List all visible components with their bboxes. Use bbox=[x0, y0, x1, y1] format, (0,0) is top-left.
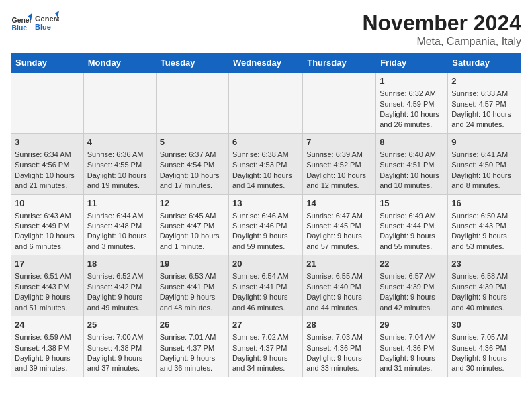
day-info: Sunrise: 6:37 AM bbox=[160, 150, 225, 160]
calendar-cell: 2Sunrise: 6:33 AMSunset: 4:57 PMDaylight… bbox=[448, 73, 521, 134]
day-info: Daylight: 9 hours and 34 minutes. bbox=[232, 353, 299, 374]
day-number: 20 bbox=[232, 258, 299, 270]
day-info: Sunset: 4:36 PM bbox=[451, 343, 517, 353]
calendar-cell: 5Sunrise: 6:37 AMSunset: 4:54 PMDaylight… bbox=[156, 133, 228, 194]
weekday-header-friday: Friday bbox=[376, 54, 448, 73]
calendar-cell: 13Sunrise: 6:46 AMSunset: 4:46 PMDayligh… bbox=[229, 194, 303, 255]
week-row-4: 17Sunrise: 6:51 AMSunset: 4:43 PMDayligh… bbox=[11, 255, 521, 316]
day-info: Daylight: 10 hours and 10 minutes. bbox=[380, 171, 444, 191]
calendar-cell: 4Sunrise: 6:36 AMSunset: 4:55 PMDaylight… bbox=[83, 133, 156, 194]
title-block: November 2024 Meta, Campania, Italy bbox=[362, 11, 521, 48]
day-info: Sunrise: 6:47 AM bbox=[306, 211, 372, 221]
day-info: Daylight: 9 hours and 40 minutes. bbox=[451, 292, 517, 313]
day-info: Sunset: 4:56 PM bbox=[15, 160, 80, 170]
day-info: Sunset: 4:38 PM bbox=[87, 343, 152, 353]
weekday-header-wednesday: Wednesday bbox=[229, 54, 303, 73]
calendar-cell: 12Sunrise: 6:45 AMSunset: 4:47 PMDayligh… bbox=[156, 194, 228, 255]
day-info: Sunset: 4:36 PM bbox=[380, 343, 444, 353]
day-info: Daylight: 10 hours and 24 minutes. bbox=[451, 109, 517, 130]
day-info: Sunset: 4:39 PM bbox=[451, 282, 517, 292]
day-info: Sunrise: 7:04 AM bbox=[380, 332, 444, 342]
calendar-cell: 8Sunrise: 6:40 AMSunset: 4:51 PMDaylight… bbox=[376, 133, 448, 194]
day-number: 22 bbox=[380, 258, 444, 270]
svg-text:Blue: Blue bbox=[35, 23, 51, 31]
day-info: Sunset: 4:37 PM bbox=[232, 343, 299, 353]
day-info: Daylight: 10 hours and 19 minutes. bbox=[87, 171, 152, 191]
day-number: 1 bbox=[380, 75, 444, 87]
svg-text:Blue: Blue bbox=[12, 24, 28, 32]
day-info: Sunrise: 7:02 AM bbox=[232, 332, 299, 342]
calendar-cell: 14Sunrise: 6:47 AMSunset: 4:45 PMDayligh… bbox=[303, 194, 376, 255]
day-info: Sunrise: 6:50 AM bbox=[451, 211, 517, 221]
calendar-cell: 22Sunrise: 6:57 AMSunset: 4:39 PMDayligh… bbox=[376, 255, 448, 316]
calendar-cell: 7Sunrise: 6:39 AMSunset: 4:52 PMDaylight… bbox=[303, 133, 376, 194]
day-number: 7 bbox=[306, 136, 372, 148]
day-info: Sunrise: 6:46 AM bbox=[232, 211, 299, 221]
day-info: Sunset: 4:44 PM bbox=[380, 221, 444, 231]
week-row-3: 10Sunrise: 6:43 AMSunset: 4:49 PMDayligh… bbox=[11, 194, 521, 255]
day-info: Daylight: 10 hours and 21 minutes. bbox=[15, 171, 80, 191]
svg-text:General: General bbox=[12, 17, 32, 24]
weekday-header-monday: Monday bbox=[83, 54, 156, 73]
calendar-cell bbox=[83, 73, 156, 134]
day-info: Daylight: 9 hours and 57 minutes. bbox=[306, 231, 372, 252]
day-info: Sunrise: 6:45 AM bbox=[160, 211, 225, 221]
calendar-cell bbox=[229, 73, 303, 134]
day-number: 28 bbox=[306, 319, 372, 331]
day-info: Sunset: 4:42 PM bbox=[87, 282, 152, 292]
day-info: Sunrise: 6:49 AM bbox=[380, 211, 444, 221]
day-number: 4 bbox=[87, 136, 152, 148]
week-row-2: 3Sunrise: 6:34 AMSunset: 4:56 PMDaylight… bbox=[11, 133, 521, 194]
day-info: Daylight: 9 hours and 42 minutes. bbox=[380, 292, 444, 313]
day-info: Sunset: 4:40 PM bbox=[306, 282, 372, 292]
day-info: Sunset: 4:38 PM bbox=[15, 343, 80, 353]
day-info: Sunset: 4:50 PM bbox=[451, 160, 517, 170]
day-number: 17 bbox=[15, 258, 80, 270]
day-info: Sunrise: 6:58 AM bbox=[451, 271, 517, 281]
weekday-header-sunday: Sunday bbox=[11, 54, 84, 73]
day-info: Sunrise: 6:40 AM bbox=[380, 150, 444, 160]
day-info: Sunset: 4:49 PM bbox=[15, 221, 80, 231]
day-number: 10 bbox=[15, 197, 80, 210]
day-info: Sunrise: 6:51 AM bbox=[15, 271, 80, 281]
calendar-cell: 21Sunrise: 6:55 AMSunset: 4:40 PMDayligh… bbox=[303, 255, 376, 316]
day-info: Sunset: 4:36 PM bbox=[306, 343, 372, 353]
day-info: Daylight: 10 hours and 17 minutes. bbox=[160, 171, 225, 191]
day-info: Sunset: 4:43 PM bbox=[15, 282, 80, 292]
week-row-5: 24Sunrise: 6:59 AMSunset: 4:38 PMDayligh… bbox=[11, 316, 521, 377]
day-info: Sunset: 4:55 PM bbox=[87, 160, 152, 170]
calendar-cell: 24Sunrise: 6:59 AMSunset: 4:38 PMDayligh… bbox=[11, 316, 84, 377]
calendar-cell: 30Sunrise: 7:05 AMSunset: 4:36 PMDayligh… bbox=[448, 316, 521, 377]
day-info: Daylight: 9 hours and 44 minutes. bbox=[306, 292, 372, 313]
day-number: 21 bbox=[306, 258, 372, 270]
day-info: Sunset: 4:41 PM bbox=[160, 282, 225, 292]
day-info: Sunrise: 6:33 AM bbox=[451, 89, 517, 99]
day-info: Sunrise: 7:05 AM bbox=[451, 332, 517, 342]
day-info: Sunset: 4:53 PM bbox=[232, 160, 299, 170]
calendar-cell: 16Sunrise: 6:50 AMSunset: 4:43 PMDayligh… bbox=[448, 194, 521, 255]
day-info: Sunset: 4:41 PM bbox=[232, 282, 299, 292]
day-info: Sunrise: 6:41 AM bbox=[451, 150, 517, 160]
day-info: Daylight: 10 hours and 8 minutes. bbox=[451, 171, 517, 191]
day-number: 19 bbox=[160, 258, 225, 270]
calendar-cell: 20Sunrise: 6:54 AMSunset: 4:41 PMDayligh… bbox=[229, 255, 303, 316]
day-info: Sunset: 4:51 PM bbox=[380, 160, 444, 170]
calendar-cell bbox=[303, 73, 376, 134]
calendar-cell: 9Sunrise: 6:41 AMSunset: 4:50 PMDaylight… bbox=[448, 133, 521, 194]
day-info: Sunset: 4:54 PM bbox=[160, 160, 225, 170]
day-info: Sunrise: 6:55 AM bbox=[306, 271, 372, 281]
weekday-header-tuesday: Tuesday bbox=[156, 54, 228, 73]
logo-bird-icon: General Blue bbox=[35, 11, 59, 35]
day-info: Daylight: 10 hours and 14 minutes. bbox=[232, 171, 299, 191]
day-number: 2 bbox=[451, 75, 517, 87]
day-info: Daylight: 9 hours and 49 minutes. bbox=[87, 292, 152, 313]
day-info: Daylight: 9 hours and 31 minutes. bbox=[380, 353, 444, 374]
logo-icon: General Blue bbox=[11, 12, 32, 34]
day-info: Daylight: 9 hours and 55 minutes. bbox=[380, 231, 444, 252]
day-info: Daylight: 9 hours and 59 minutes. bbox=[232, 231, 299, 252]
day-info: Daylight: 10 hours and 6 minutes. bbox=[15, 231, 80, 252]
day-info: Sunrise: 7:03 AM bbox=[306, 332, 372, 342]
calendar-cell: 29Sunrise: 7:04 AMSunset: 4:36 PMDayligh… bbox=[376, 316, 448, 377]
day-number: 27 bbox=[232, 319, 299, 331]
calendar-cell: 26Sunrise: 7:01 AMSunset: 4:37 PMDayligh… bbox=[156, 316, 228, 377]
